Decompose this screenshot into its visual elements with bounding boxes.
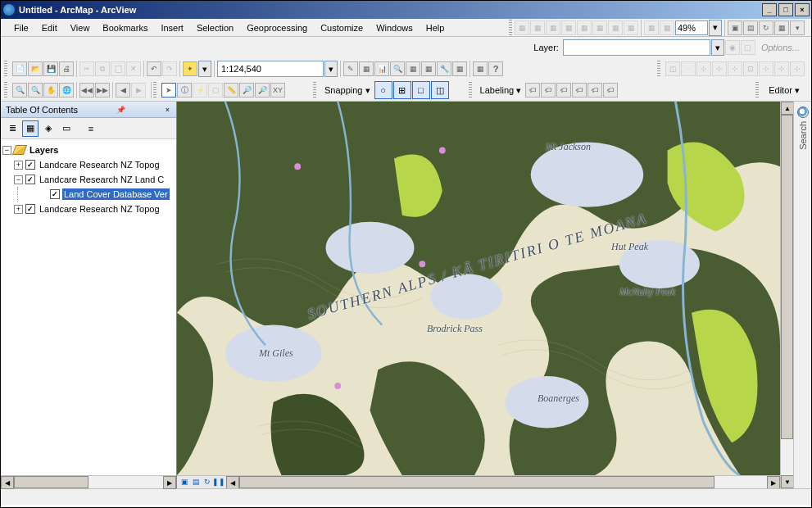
find-tool-icon[interactable]: 🔍 [390, 61, 405, 76]
find-route-icon[interactable]: 🔎 [255, 83, 270, 98]
toolbar-grip[interactable] [313, 82, 316, 98]
layer-label[interactable]: Landcare Research NZ Topog [38, 203, 161, 215]
model-builder-icon[interactable]: ▦ [473, 61, 488, 76]
map-scroll-thumb[interactable] [239, 476, 714, 488]
close-button[interactable]: × [795, 3, 810, 16]
graph-icon[interactable]: 📊 [374, 61, 389, 76]
pan-icon[interactable]: ✋ [43, 83, 58, 98]
snap-point-icon[interactable]: ○ [374, 81, 392, 99]
toolbar-grip[interactable] [469, 82, 472, 98]
identify-icon[interactable]: ⓘ [177, 83, 192, 98]
select-element-icon[interactable]: ➤ [161, 83, 176, 98]
map-scroll-track[interactable] [239, 476, 767, 488]
menu-edit[interactable]: Edit [35, 21, 64, 34]
full-extent-icon[interactable]: 🌐 [59, 83, 74, 98]
table-icon[interactable]: ▦ [359, 61, 374, 76]
tree-root[interactable]: − Layers [2, 143, 175, 157]
menu-customize[interactable]: Customize [314, 21, 370, 34]
search-window-icon[interactable]: ▦ [421, 61, 436, 76]
expander-icon[interactable]: − [2, 146, 11, 155]
layer-checkbox[interactable] [25, 175, 35, 184]
menu-windows[interactable]: Windows [370, 21, 420, 34]
layout-view-btn-icon[interactable]: ▤ [190, 476, 202, 488]
editor-toolbar-icon[interactable]: ✎ [343, 61, 358, 76]
toolbar-grip[interactable] [755, 82, 759, 98]
data-view-icon[interactable]: ▣ [728, 20, 742, 35]
toc-autohide-icon[interactable]: 📌 [115, 106, 127, 114]
tree-node[interactable]: + Landcare Research NZ Topog [2, 157, 175, 172]
expander-icon[interactable]: − [14, 175, 23, 184]
add-data-icon[interactable]: ✦ [183, 61, 197, 76]
open-icon[interactable]: 📂 [28, 61, 43, 76]
scale-dropdown[interactable]: ▾ [324, 61, 338, 77]
snap-vertex-icon[interactable]: □ [412, 81, 430, 99]
new-doc-icon[interactable]: 📄 [12, 61, 27, 76]
snapping-label[interactable]: Snapping ▾ [321, 85, 374, 96]
labeling-label[interactable]: Labeling ▾ [477, 85, 525, 96]
map-scroll-left-icon[interactable]: ◀ [226, 476, 239, 488]
map-viewport[interactable]: SOUTHERN ALPS / KĀ TIRITIRI O TE MOANA M… [177, 102, 780, 475]
label-tool-5-icon[interactable]: 🏷 [587, 83, 602, 98]
zoom-percent-dropdown[interactable]: ▾ [709, 20, 722, 36]
fixed-zoom-out-icon[interactable]: ▶▶ [95, 83, 110, 98]
layer-label[interactable]: Landcare Research NZ Land C [38, 174, 166, 185]
list-by-visibility-icon[interactable]: ◈ [40, 120, 57, 137]
layer-checkbox[interactable] [50, 189, 60, 199]
label-tool-6-icon[interactable]: 🏷 [603, 83, 618, 98]
toc-options-icon[interactable]: ≡ [83, 120, 99, 137]
add-data-dropdown[interactable]: ▾ [198, 61, 211, 77]
map-vscroll-thumb[interactable] [781, 115, 793, 439]
label-tool-3-icon[interactable]: 🏷 [556, 83, 571, 98]
layer-label-selected[interactable]: Land Cover Database Ver [62, 188, 170, 200]
pause-drawing-icon[interactable]: ❚❚ [213, 476, 225, 488]
tree-node[interactable]: Land Cover Database Ver [2, 187, 175, 202]
menu-help[interactable]: Help [420, 21, 451, 34]
layer-checkbox[interactable] [25, 204, 35, 214]
toolbar-grip[interactable] [153, 82, 157, 98]
tree-node[interactable]: + Landcare Research NZ Topog [2, 202, 175, 216]
list-by-source-icon[interactable]: ▦ [22, 120, 39, 137]
expander-icon[interactable]: + [14, 205, 23, 214]
map-vertical-scrollbar[interactable]: ▲ ▼ [780, 102, 793, 488]
editor-menu[interactable]: Editor ▾ [764, 84, 805, 98]
refresh-view-icon[interactable]: ↻ [202, 476, 213, 488]
toolbar-grip[interactable] [4, 82, 7, 98]
arctoolbox-icon[interactable]: 🔧 [437, 61, 451, 76]
scroll-right-icon[interactable]: ▶ [163, 476, 176, 489]
root-label[interactable]: Layers [28, 144, 60, 156]
map-scroll-down-icon[interactable]: ▼ [781, 475, 794, 488]
catalog-window-icon[interactable]: ▦ [406, 61, 420, 76]
toc-horizontal-scrollbar[interactable]: ◀ ▶ [1, 475, 176, 488]
snap-edge-icon[interactable]: ◫ [431, 81, 449, 99]
print-icon[interactable]: 🖨 [59, 61, 74, 76]
layer-label[interactable]: Landcare Research NZ Topog [38, 159, 161, 170]
layer-dropdown-arrow[interactable]: ▾ [711, 39, 724, 56]
map-scroll-up-icon[interactable]: ▲ [781, 102, 794, 115]
expander-icon[interactable]: + [14, 161, 23, 170]
fixed-zoom-in-icon[interactable]: ◀◀ [79, 83, 94, 98]
toolbox-icon[interactable]: ▾ [790, 20, 805, 35]
menu-file[interactable]: File [7, 21, 35, 34]
menu-bookmarks[interactable]: Bookmarks [96, 21, 154, 34]
layer-dropdown[interactable] [563, 39, 710, 56]
options-link[interactable]: Options... [756, 43, 805, 52]
tree-node[interactable]: − Landcare Research NZ Land C [2, 172, 175, 187]
refresh-icon[interactable]: ↻ [759, 20, 773, 35]
map-vscroll-track[interactable] [781, 115, 793, 475]
menu-geoprocessing[interactable]: Geoprocessing [240, 21, 314, 34]
toolbar-grip[interactable] [657, 61, 660, 77]
layout-view-icon[interactable]: ▤ [743, 20, 758, 35]
layer-checkbox[interactable] [25, 160, 35, 170]
zoom-in-icon[interactable]: 🔍 [12, 83, 27, 98]
measure-icon[interactable]: 📏 [224, 83, 238, 98]
find-icon[interactable]: 🔎 [239, 83, 254, 98]
toc-close-icon[interactable]: × [164, 106, 171, 114]
python-window-icon[interactable]: ▦ [452, 61, 467, 76]
map-scroll-right-icon[interactable]: ▶ [767, 476, 780, 488]
toc-tree[interactable]: − Layers + Landcare Research NZ Topog − … [1, 139, 176, 475]
list-by-selection-icon[interactable]: ▭ [58, 120, 75, 137]
label-tool-2-icon[interactable]: 🏷 [541, 83, 556, 98]
menu-selection[interactable]: Selection [190, 21, 240, 34]
prev-extent-icon[interactable]: ◀ [116, 83, 130, 98]
minimize-button[interactable]: _ [762, 3, 777, 16]
